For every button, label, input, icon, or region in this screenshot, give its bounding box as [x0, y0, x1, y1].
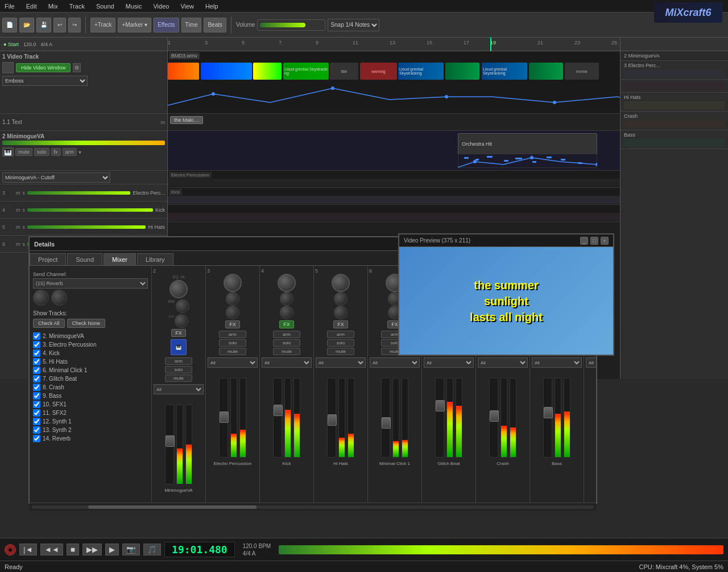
ch7-input-select[interactable]: All	[424, 357, 474, 368]
ch2-lo-knob[interactable]	[175, 314, 188, 328]
ch4-arm-btn[interactable]: arm	[273, 331, 300, 338]
check-9[interactable]	[33, 392, 40, 400]
check-10[interactable]	[33, 401, 40, 408]
menu-mix[interactable]: Mix	[46, 2, 60, 11]
mixer-scrollbar[interactable]	[30, 503, 596, 511]
menu-file[interactable]: File	[2, 2, 17, 11]
send-knob-2[interactable]	[51, 290, 67, 306]
ch3-lo-knob[interactable]	[226, 306, 239, 319]
arm-btn-2[interactable]: arm	[63, 148, 77, 156]
ch2-input-select[interactable]: All	[154, 384, 204, 394]
ch4-send-knob[interactable]	[278, 274, 296, 292]
ch2-fader-handle[interactable]	[166, 435, 175, 447]
ch3-solo-btn[interactable]: solo	[219, 339, 246, 347]
track-2-fader[interactable]	[2, 141, 165, 145]
ch5-send-knob[interactable]	[332, 274, 350, 292]
ch8-fader-handle[interactable]	[490, 410, 499, 422]
ch8-input-select[interactable]: All	[478, 357, 528, 368]
ch2-mute-btn[interactable]: mute	[165, 375, 192, 382]
check-7[interactable]	[33, 375, 40, 382]
rewind-to-start-btn[interactable]: |◄	[19, 544, 37, 555]
add-track-button[interactable]: +Track	[90, 18, 115, 32]
metronome-btn[interactable]: 🎵	[143, 544, 161, 555]
ch6-input-select[interactable]: All	[370, 357, 420, 368]
clip-green[interactable]: Lloud grimbal Skystracking	[283, 63, 329, 80]
ch5-arm-btn[interactable]: arm	[327, 331, 354, 338]
check-11[interactable]	[33, 409, 40, 417]
menu-music[interactable]: Music	[123, 2, 144, 11]
ch9-input-select[interactable]: All	[532, 357, 582, 368]
video-effect-select[interactable]: Emboss	[2, 76, 88, 86]
send-channel-select[interactable]: (15) Reverb	[33, 278, 148, 289]
clip-home[interactable]: home	[565, 63, 599, 80]
menu-track[interactable]: Track	[67, 2, 87, 11]
undo-button[interactable]: ↩	[53, 18, 66, 32]
ch2-fx-btn[interactable]: FX	[171, 329, 186, 337]
ch4-mid-knob[interactable]	[280, 292, 293, 306]
ch3-fx-btn[interactable]: FX	[225, 320, 240, 328]
check-13[interactable]	[33, 426, 40, 434]
clip-dark[interactable]: title	[330, 63, 358, 80]
effects-button[interactable]: Effects	[154, 18, 179, 32]
check-4[interactable]	[33, 349, 40, 357]
ch6-fader-handle[interactable]	[382, 417, 391, 429]
check-all-button[interactable]: Check All	[33, 319, 65, 328]
ch3-mid-knob[interactable]	[226, 292, 239, 306]
open-button[interactable]: 📂	[19, 18, 34, 32]
ch2-solo-btn[interactable]: solo	[165, 366, 192, 373]
ch3-mute-btn[interactable]: mute	[219, 348, 246, 355]
clip-fire[interactable]	[168, 63, 199, 80]
clip-yellow[interactable]	[253, 63, 282, 80]
record-btn[interactable]: ●	[5, 544, 16, 555]
snap-select[interactable]: Snap 1/4 Notes	[328, 19, 379, 31]
ch4-fader-handle[interactable]	[274, 405, 283, 416]
orchestra-hit-clip[interactable]: Orchestra Hit	[458, 133, 597, 155]
clip-blue3[interactable]: Lloud grimbal Skystracking	[482, 63, 527, 80]
cutoff-select[interactable]: MinimogueVA - Cutoff	[2, 172, 110, 183]
ch4-fx-btn[interactable]: FX	[279, 320, 294, 328]
fast-forward-btn[interactable]: ▶▶	[82, 544, 102, 555]
time-button[interactable]: Time	[181, 18, 202, 32]
tab-project[interactable]: Project	[30, 253, 66, 265]
play-btn[interactable]: ▶	[105, 544, 119, 555]
ch7-fader-handle[interactable]	[436, 400, 445, 411]
ch5-fader-handle[interactable]	[328, 414, 337, 426]
ch5-solo-btn[interactable]: solo	[327, 339, 354, 347]
send-knob[interactable]	[33, 290, 49, 306]
vp-close-btn[interactable]: ×	[601, 237, 609, 245]
ch5-lo-knob[interactable]	[334, 306, 348, 319]
check-8[interactable]	[33, 384, 40, 391]
rewind-btn[interactable]: ◄◄	[40, 544, 63, 555]
ch4-input-select[interactable]: All	[262, 357, 312, 368]
ch2-send-knob[interactable]	[169, 280, 188, 298]
fx-btn-2[interactable]: fx	[51, 148, 61, 156]
ch10-input-select[interactable]: All	[586, 357, 596, 368]
ch5-mid-knob[interactable]	[334, 292, 348, 306]
ch5-fx-btn[interactable]: FX	[333, 320, 348, 328]
ch2-mid-knob[interactable]	[176, 299, 189, 313]
vp-maximize-btn[interactable]: □	[590, 237, 598, 245]
clip-green3[interactable]	[529, 63, 563, 80]
mixer-scrollbar-track[interactable]	[32, 505, 594, 509]
stop-btn[interactable]: ■	[67, 544, 79, 555]
new-button[interactable]: 📄	[2, 18, 17, 32]
ch5-mute-btn[interactable]: mute	[327, 348, 354, 355]
ch5-input-select[interactable]: All	[316, 357, 366, 368]
menu-sound[interactable]: Sound	[94, 2, 117, 11]
ch4-mute-btn[interactable]: mute	[273, 348, 300, 355]
ch3-send-knob[interactable]	[224, 274, 242, 292]
menu-video[interactable]: Video	[151, 2, 171, 11]
track-4-fader[interactable]	[27, 208, 153, 212]
ch3-input-select[interactable]: All	[208, 357, 258, 368]
clip-blue2[interactable]: Lloud grimbal Skystracking	[398, 63, 444, 80]
check-6[interactable]	[33, 367, 40, 374]
tab-sound[interactable]: Sound	[67, 253, 102, 265]
tab-library[interactable]: Library	[137, 253, 173, 265]
mute-btn-2[interactable]: mute	[15, 148, 32, 156]
track-3-fader[interactable]	[27, 191, 130, 195]
clip-green2[interactable]	[445, 63, 479, 80]
ch4-solo-btn[interactable]: solo	[273, 339, 300, 347]
save-button[interactable]: 💾	[36, 18, 51, 32]
check-12[interactable]	[33, 418, 40, 425]
ch2-arm-btn[interactable]: arm	[165, 357, 192, 365]
